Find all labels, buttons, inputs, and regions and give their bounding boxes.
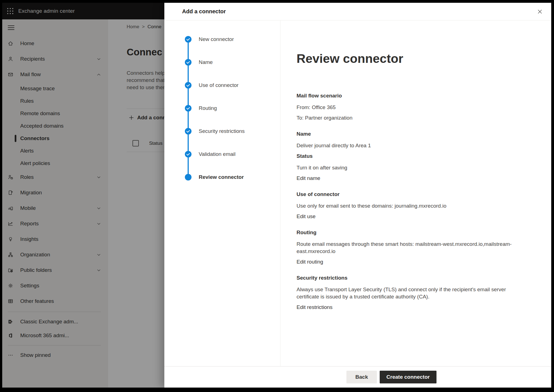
section-value: Deliver journal directly to Area 1 — [297, 142, 530, 149]
wizard-step-use-of-connector[interactable]: Use of connector — [185, 82, 239, 89]
back-button[interactable]: Back — [346, 371, 377, 383]
create-connector-button[interactable]: Create connector — [380, 371, 436, 383]
step-complete-icon — [185, 128, 192, 135]
wizard-step-name[interactable]: Name — [185, 59, 213, 66]
wizard-step-routing[interactable]: Routing — [185, 105, 217, 112]
section-value: Route email messages through these smart… — [297, 241, 530, 255]
app-window: Exchange admin center HomeRecipientsMail… — [2, 3, 551, 388]
review-section-use-of-connector: Use of connectorUse only for email sent … — [297, 191, 530, 220]
modal-header: Add a connector — [164, 3, 551, 20]
section-heading: Name — [297, 130, 530, 138]
wizard-step-label: Validation email — [199, 151, 236, 157]
section-value: From: Office 365 — [297, 104, 530, 111]
section-value: Always use Transport Layer Security (TLS… — [297, 286, 530, 300]
wizard-step-label: Review connector — [199, 174, 244, 180]
section-heading: Mail flow scenario — [297, 92, 530, 99]
step-current-icon — [185, 174, 192, 180]
close-icon[interactable] — [535, 6, 545, 17]
step-complete-icon — [185, 36, 192, 43]
wizard-steps-panel: New connectorNameUse of connectorRouting… — [164, 20, 280, 366]
edit-restrictions-link[interactable]: Edit restrictions — [297, 304, 333, 311]
wizard-step-security-restrictions[interactable]: Security restrictions — [185, 128, 245, 135]
step-complete-icon — [185, 151, 192, 158]
section-heading: Security restrictions — [297, 274, 530, 282]
section-heading: Routing — [297, 229, 530, 236]
edit-name-link[interactable]: Edit name — [297, 175, 320, 182]
edit-routing-link[interactable]: Edit routing — [297, 258, 323, 265]
section-heading: Status — [297, 153, 530, 160]
step-complete-icon — [185, 82, 192, 89]
section-heading: Use of connector — [297, 191, 530, 198]
wizard-step-label: Name — [199, 59, 213, 65]
modal-title: Add a connector — [182, 8, 226, 15]
wizard-step-label: Routing — [199, 105, 217, 111]
wizard-step-label: New connector — [199, 36, 234, 42]
wizard-step-label: Use of connector — [199, 82, 239, 88]
modal-body: New connectorNameUse of connectorRouting… — [164, 20, 551, 366]
section-value: To: Partner organization — [297, 114, 530, 122]
wizard-step-label: Security restrictions — [199, 128, 245, 134]
add-connector-modal: Add a connector New connectorNameUse of … — [164, 3, 551, 388]
step-complete-icon — [185, 59, 192, 66]
section-value: Use only for email sent to these domains… — [297, 202, 530, 210]
section-value: Turn it on after saving — [297, 164, 530, 171]
edit-use-link[interactable]: Edit use — [297, 213, 316, 220]
review-panel: Review connector Mail flow scenarioFrom:… — [280, 20, 551, 366]
review-section-routing: RoutingRoute email messages through thes… — [297, 229, 530, 265]
review-section-mail-flow-scenario: Mail flow scenarioFrom: Office 365To: Pa… — [297, 92, 530, 122]
modal-footer: Back Create connector — [164, 366, 551, 388]
step-complete-icon — [185, 105, 192, 112]
review-title: Review connector — [297, 51, 532, 66]
wizard-step-validation-email[interactable]: Validation email — [185, 151, 236, 158]
review-section-security-restrictions: Security restrictionsAlways use Transpor… — [297, 274, 530, 311]
wizard-step-review-connector[interactable]: Review connector — [185, 174, 244, 180]
wizard-step-new-connector[interactable]: New connector — [185, 36, 234, 43]
review-section-name-status: NameDeliver journal directly to Area 1St… — [297, 130, 530, 182]
